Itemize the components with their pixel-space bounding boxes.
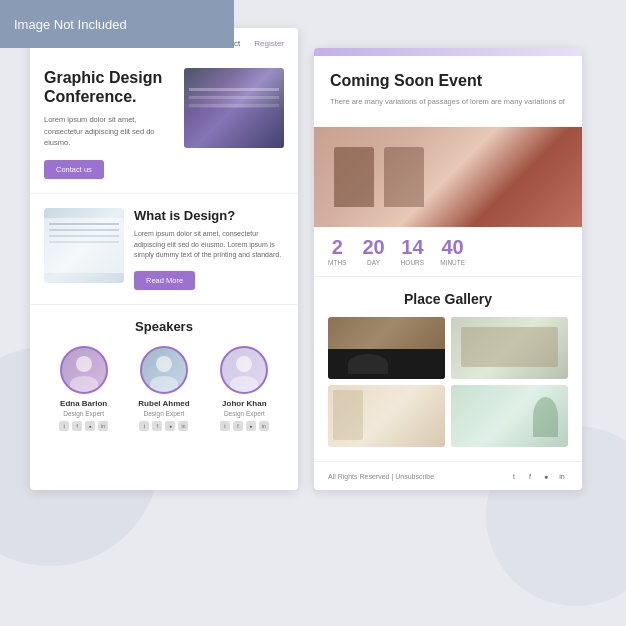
gallery-title: Place Gallery	[328, 291, 568, 307]
hero-text: Graphic Design Conference. Lorem ipsum d…	[44, 68, 174, 179]
speaker-role-johor: Design Expert	[220, 410, 269, 417]
speaker-figure-edna	[62, 348, 106, 392]
speaker-edna: Edna Barlon Design Expert t f ● in	[59, 346, 108, 431]
speaker-role-rubel: Design Expert	[138, 410, 189, 417]
facebook-icon-edna[interactable]: f	[72, 421, 82, 431]
countdown-days-label: DAY	[362, 259, 384, 266]
footer-socials: t f ● in	[508, 470, 568, 482]
cards-container: LOGO Services Contact Register Graphic D…	[30, 28, 582, 490]
speaker-avatar-edna	[60, 346, 108, 394]
speaker-social-johor: t f ● in	[220, 421, 269, 431]
countdown-hours-label: HOURS	[401, 259, 424, 266]
footer-copyright: All Rights Reserved | Unsubscribe	[328, 473, 434, 480]
gallery-image-4	[451, 385, 568, 447]
countdown-months-value: 2	[328, 237, 346, 257]
coming-soon-section: Coming Soon Event There are many variati…	[314, 56, 582, 127]
speaker-figure-rubel	[142, 348, 186, 392]
hero-image	[184, 68, 284, 148]
speakers-section: Speakers Edna Barlon Design Expert t f ●…	[30, 304, 298, 445]
countdown-minutes: 40 MINUTE	[440, 237, 465, 266]
footer-linkedin-icon[interactable]: in	[556, 470, 568, 482]
linkedin-icon-edna[interactable]: in	[98, 421, 108, 431]
instagram-icon-rubel[interactable]: ●	[165, 421, 175, 431]
right-email-card: Coming Soon Event There are many variati…	[314, 48, 582, 490]
countdown-hours-value: 14	[401, 237, 424, 257]
instagram-icon-edna[interactable]: ●	[85, 421, 95, 431]
speaker-avatar-johor	[220, 346, 268, 394]
linkedin-icon-rubel[interactable]: in	[178, 421, 188, 431]
instagram-icon-johor[interactable]: ●	[246, 421, 256, 431]
hero-section: Graphic Design Conference. Lorem ipsum d…	[30, 58, 298, 193]
right-footer: All Rights Reserved | Unsubscribe t f ● …	[314, 461, 582, 490]
top-banner: Image Not Included	[0, 0, 234, 48]
twitter-icon-johor[interactable]: t	[220, 421, 230, 431]
countdown-months-label: MTHS	[328, 259, 346, 266]
gallery-image-1	[328, 317, 445, 379]
left-email-card: LOGO Services Contact Register Graphic D…	[30, 28, 298, 490]
section-image	[44, 208, 124, 283]
countdown-minutes-value: 40	[440, 237, 465, 257]
hero-title: Graphic Design Conference.	[44, 68, 174, 106]
twitter-icon-rubel[interactable]: t	[139, 421, 149, 431]
speaker-avatar-rubel	[140, 346, 188, 394]
nav-register[interactable]: Register	[254, 39, 284, 48]
countdown-section: 2 MTHS 20 DAY 14 HOURS 40 MINUTE	[314, 227, 582, 277]
countdown-minutes-label: MINUTE	[440, 259, 465, 266]
gallery-grid	[328, 317, 568, 447]
speaker-name-rubel: Rubel Ahmed	[138, 399, 189, 408]
speaker-social-rubel: t f ● in	[138, 421, 189, 431]
coming-soon-title: Coming Soon Event	[330, 72, 566, 90]
countdown-hours: 14 HOURS	[401, 237, 424, 266]
speakers-row: Edna Barlon Design Expert t f ● in Rubel…	[44, 346, 284, 431]
speaker-figure-johor	[222, 348, 266, 392]
linkedin-icon-johor[interactable]: in	[259, 421, 269, 431]
speaker-johor: Johor Khan Design Expert t f ● in	[220, 346, 269, 431]
gallery-image-2	[451, 317, 568, 379]
coming-soon-description: There are many variations of passages of…	[330, 96, 566, 107]
speakers-title: Speakers	[44, 319, 284, 334]
banner-label: Image Not Included	[14, 17, 127, 32]
speaker-social-edna: t f ● in	[59, 421, 108, 431]
section-description: Lorem ipsum dolor sit amet, consectetur …	[134, 229, 284, 261]
countdown-months: 2 MTHS	[328, 237, 346, 266]
facebook-icon-rubel[interactable]: f	[152, 421, 162, 431]
what-is-design-section: What is Design? Lorem ipsum dolor sit am…	[30, 193, 298, 304]
facebook-icon-johor[interactable]: f	[233, 421, 243, 431]
right-top-bar	[314, 48, 582, 56]
contact-us-button[interactable]: Contact us	[44, 160, 104, 179]
speaker-name-johor: Johor Khan	[220, 399, 269, 408]
footer-facebook-icon[interactable]: f	[524, 470, 536, 482]
footer-instagram-icon[interactable]: ●	[540, 470, 552, 482]
section-text: What is Design? Lorem ipsum dolor sit am…	[134, 208, 284, 290]
read-more-button[interactable]: Read More	[134, 271, 195, 290]
section-title: What is Design?	[134, 208, 284, 223]
event-image	[314, 127, 582, 227]
gallery-section: Place Gallery	[314, 277, 582, 461]
countdown-days-value: 20	[362, 237, 384, 257]
speaker-role-edna: Design Expert	[59, 410, 108, 417]
speaker-rubel: Rubel Ahmed Design Expert t f ● in	[138, 346, 189, 431]
countdown-days: 20 DAY	[362, 237, 384, 266]
footer-twitter-icon[interactable]: t	[508, 470, 520, 482]
hero-description: Lorem ipsum dolor sit amet, consectetur …	[44, 114, 174, 148]
speaker-name-edna: Edna Barlon	[59, 399, 108, 408]
twitter-icon-edna[interactable]: t	[59, 421, 69, 431]
gallery-image-3	[328, 385, 445, 447]
